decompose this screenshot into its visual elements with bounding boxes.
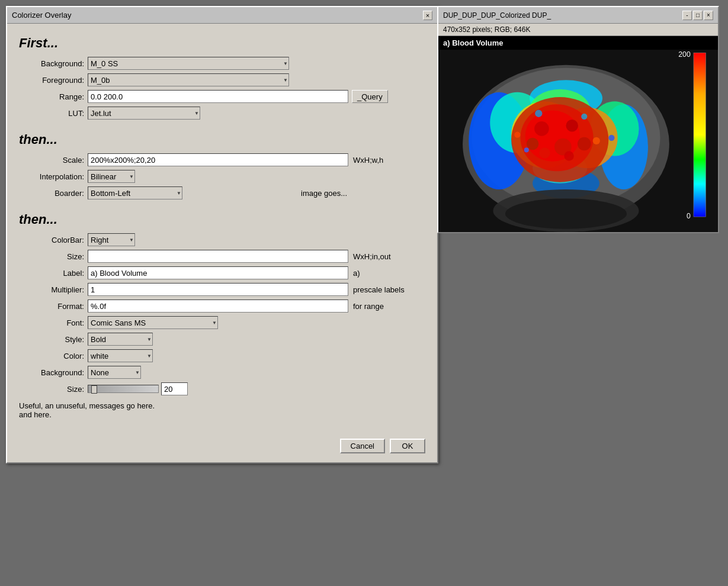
svg-rect-31: [694, 53, 706, 217]
then-section1-header: then...: [19, 132, 425, 147]
restore-button[interactable]: □: [693, 11, 703, 20]
foreground-select-wrapper[interactable]: M_0b ▼: [88, 73, 289, 86]
size-slider-value[interactable]: [161, 382, 188, 395]
image-goes-label: image goes...: [301, 189, 347, 198]
image-window: DUP_DUP_DUP_Colorized DUP_ - □ × 470x352…: [437, 6, 719, 233]
ok-button[interactable]: OK: [390, 439, 425, 453]
image-info: 470x352 pixels; RGB; 646K: [438, 24, 718, 36]
size-slider-container: [88, 382, 188, 395]
image-section-label: a) Blood Volume: [438, 36, 718, 50]
style-row: Style: Bold ▼: [19, 333, 425, 346]
color-select-wrapper[interactable]: white ▼: [88, 349, 153, 362]
interpolation-label: Interpolation:: [19, 172, 84, 181]
boarder-row: Boarder: Bottom-Left ▼ image goes...: [19, 186, 425, 199]
colorizer-dialog: Colorizer Overlay × First... Background:…: [6, 6, 438, 463]
scale-hint: WxH;w,h: [353, 156, 383, 165]
interpolation-select-wrapper[interactable]: Bilinear ▼: [88, 170, 135, 183]
color-label: Color:: [19, 352, 84, 360]
svg-text:200: 200: [678, 50, 691, 59]
lut-select-wrapper[interactable]: Jet.lut ▼: [88, 107, 200, 120]
bg2-row: Background: None ▼: [19, 366, 425, 379]
cancel-button[interactable]: Cancel: [340, 439, 385, 453]
style-select-wrapper[interactable]: Bold ▼: [88, 333, 153, 346]
svg-point-17: [566, 120, 578, 132]
format-row: Format: for range: [19, 300, 425, 313]
style-label: Style:: [19, 335, 84, 344]
query-button[interactable]: _Query: [352, 90, 388, 103]
font-select[interactable]: Comic Sans MS: [88, 316, 218, 329]
close-button[interactable]: ×: [704, 11, 713, 20]
label-label: Label:: [19, 269, 84, 278]
foreground-row: Foreground: M_0b ▼: [19, 73, 425, 86]
first-section-header: First...: [19, 36, 425, 51]
font-label: Font:: [19, 318, 84, 327]
boarder-select-wrapper[interactable]: Bottom-Left ▼: [88, 186, 182, 199]
multiplier-label: Multiplier:: [19, 285, 84, 294]
svg-point-27: [535, 110, 542, 117]
foreground-label: Foreground:: [19, 76, 84, 85]
format-label: Format:: [19, 302, 84, 311]
svg-point-21: [539, 147, 550, 158]
label-row: Label: a): [19, 266, 425, 279]
interpolation-select[interactable]: Bilinear: [88, 170, 135, 183]
boarder-label: Boarder:: [19, 189, 84, 198]
dialog-close-button[interactable]: ×: [423, 11, 432, 20]
message-line2: and here.: [19, 410, 425, 419]
bg2-select-wrapper[interactable]: None ▼: [88, 366, 141, 379]
lut-label: LUT:: [19, 109, 84, 118]
size-row: Size: WxH;in,out: [19, 250, 425, 263]
dialog-body: First... Background: M_0 SS ▼ Foreground…: [7, 24, 437, 434]
background-row: Background: M_0 SS ▼: [19, 57, 425, 70]
svg-point-24: [593, 137, 600, 144]
range-label: Range:: [19, 92, 84, 101]
dialog-footer: Cancel OK: [7, 434, 437, 462]
scale-label: Scale:: [19, 156, 84, 165]
size-hint: WxH;in,out: [353, 252, 391, 261]
minimize-button[interactable]: -: [682, 11, 692, 20]
background-select-wrapper[interactable]: M_0 SS ▼: [88, 57, 289, 70]
font-select-wrapper[interactable]: Comic Sans MS ▼: [88, 316, 218, 329]
prescale-label: prescale labels: [353, 285, 405, 294]
multiplier-input[interactable]: [88, 283, 348, 296]
font-row: Font: Comic Sans MS ▼: [19, 316, 425, 329]
messages: Useful, an unuseful, messages go here. a…: [19, 401, 425, 419]
lut-select[interactable]: Jet.lut: [88, 107, 200, 120]
svg-point-23: [514, 132, 520, 138]
dialog-title: Colorizer Overlay: [12, 11, 71, 20]
svg-point-28: [581, 114, 587, 120]
svg-point-22: [564, 151, 573, 160]
color-select[interactable]: white: [88, 349, 153, 362]
size-input[interactable]: [88, 250, 348, 263]
range-input[interactable]: [88, 90, 348, 103]
style-select[interactable]: Bold: [88, 333, 153, 346]
interpolation-row: Interpolation: Bilinear ▼: [19, 170, 425, 183]
label-input[interactable]: [88, 266, 348, 279]
brain-scan-svg: 200 0: [438, 50, 718, 232]
size-slider-track[interactable]: [88, 385, 159, 393]
image-controls: - □ ×: [682, 11, 713, 20]
message-line1: Useful, an unuseful, messages go here.: [19, 401, 425, 410]
dialog-titlebar: Colorizer Overlay ×: [7, 7, 437, 24]
background-select[interactable]: M_0 SS: [88, 57, 289, 70]
then-section2-header: then...: [19, 212, 425, 227]
svg-point-20: [578, 137, 591, 151]
scale-input[interactable]: [88, 153, 348, 166]
colorbar-select-wrapper[interactable]: Right ▼: [88, 233, 135, 246]
size-slider-thumb[interactable]: [91, 385, 97, 394]
for-range-label: for range: [353, 302, 384, 311]
svg-point-30: [505, 198, 627, 228]
format-input[interactable]: [88, 300, 348, 313]
boarder-select[interactable]: Bottom-Left: [88, 186, 182, 199]
bg2-select[interactable]: None: [88, 366, 141, 379]
label-hint: a): [353, 269, 360, 278]
colorbar-label: ColorBar:: [19, 236, 84, 244]
bg2-label: Background:: [19, 368, 84, 377]
image-content: 200 0: [438, 50, 718, 232]
colorbar-select[interactable]: Right: [88, 233, 135, 246]
foreground-select[interactable]: M_0b: [88, 73, 289, 86]
range-row: Range: _Query: [19, 90, 425, 103]
scale-row: Scale: WxH;w,h: [19, 153, 425, 166]
size2-row: Size:: [19, 382, 425, 395]
svg-point-25: [524, 147, 529, 152]
background-label: Background:: [19, 59, 84, 68]
